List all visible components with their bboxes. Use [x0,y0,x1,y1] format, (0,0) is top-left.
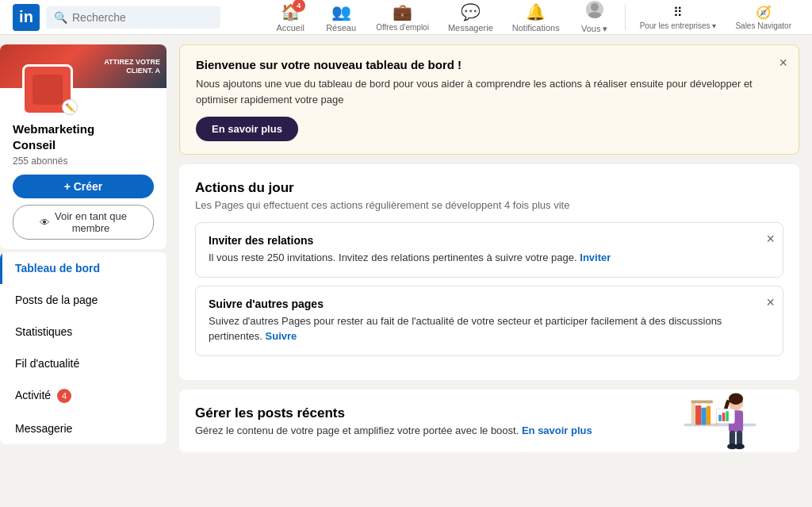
page-layout: ATTIREZ VOTRECLIENT. A ✏️ WebmarketingCo… [0,35,812,462]
inviter-close-button[interactable]: × [766,231,775,248]
person-illustration [672,390,768,452]
nav-item-vous[interactable]: Vous ▾ [571,0,619,37]
sidebar-item-fil[interactable]: Fil d'actualité [0,348,167,379]
inviter-title: Inviter des relations [209,234,770,247]
home-icon: 🏠 4 [281,2,301,21]
nav-divider [625,5,626,30]
sidebar: ATTIREZ VOTRECLIENT. A ✏️ WebmarketingCo… [0,35,167,462]
notifications-label: Notifications [512,23,560,33]
welcome-description: Nous ajoutons une vue du tableau de bord… [196,76,783,107]
welcome-close-button[interactable]: × [779,55,787,71]
linkedin-logo[interactable]: in [13,4,40,31]
create-button[interactable]: + Créer [13,175,154,198]
avatar-inner [33,75,63,105]
accueil-label: Accueil [276,23,304,33]
activite-badge: 4 [57,389,71,403]
suivre-close-button[interactable]: × [766,294,775,311]
edit-avatar-icon[interactable]: ✏️ [62,99,78,115]
inviter-link[interactable]: Inviter [580,252,611,263]
suivre-title: Suivre d'autres pages [209,298,770,310]
jobs-icon: 💼 [393,2,412,21]
sidebar-item-messagerie[interactable]: Messagerie [0,413,167,444]
sales-nav-icon: 🧭 [756,5,772,20]
welcome-title: Bienvenue sur votre nouveau tableau de b… [196,58,783,71]
nav-item-offres[interactable]: 💼 Offres d'emploi [368,0,437,35]
profile-info: WebmarketingConseil 255 abonnés + Créer … [0,115,167,249]
svg-point-14 [734,444,745,449]
svg-rect-16 [718,414,722,421]
learn-more-button[interactable]: En savoir plus [196,117,298,141]
followers-count: 255 abonnés [13,156,154,167]
enterprise-icon: ⠿ [673,5,683,20]
company-name: WebmarketingConseil [13,121,154,152]
nav-left: in 🔍 [13,4,220,31]
offres-label: Offres d'emploi [376,23,429,32]
profile-icon [586,1,603,22]
network-icon: 👥 [331,2,351,21]
vous-label: Vous ▾ [581,24,608,34]
reseau-label: Réseau [326,23,356,33]
sales-nav-label: Sales Navigator [735,21,791,30]
sidebar-item-activite[interactable]: Activité 4 [0,379,167,413]
svg-point-1 [588,12,602,18]
svg-rect-17 [722,413,726,421]
nav-item-notifications[interactable]: 🔔 Notifications [504,0,568,36]
search-bar[interactable]: 🔍 [46,6,220,29]
search-input[interactable] [72,11,213,24]
inviter-desc: Il vous reste 250 invitations. Invitez d… [209,250,770,266]
recent-posts-section: Gérer les posts récents Gérez le contenu… [179,390,799,452]
nav-item-sales-nav[interactable]: 🧭 Sales Navigator [727,2,799,33]
sidebar-item-stats[interactable]: Statistiques [0,316,167,348]
sidebar-nav: Tableau de bord Posts de la page Statist… [0,252,167,444]
view-member-button[interactable]: 👁 Voir en tant quemembre [13,205,154,240]
profile-card: ATTIREZ VOTRECLIENT. A ✏️ WebmarketingCo… [0,44,167,249]
svg-rect-18 [726,411,729,421]
actions-card: Actions du jour Les Pages qui effectuent… [179,164,799,380]
sidebar-item-tableau[interactable]: Tableau de bord [0,252,167,284]
svg-rect-6 [701,407,706,424]
notifications-icon: 🔔 [526,2,546,21]
welcome-banner: × Bienvenue sur votre nouveau tableau de… [179,44,799,155]
illustration [672,390,783,452]
suivre-link[interactable]: Suivre [266,330,297,342]
sidebar-item-posts[interactable]: Posts de la page [0,284,167,316]
nav-item-accueil[interactable]: 🏠 4 Accueil [266,0,314,36]
svg-rect-5 [695,405,701,424]
suivre-desc: Suivez d'autres Pages pour rester au fai… [209,313,770,344]
nav-item-reseau[interactable]: 👥 Réseau [317,0,365,36]
action-item-suivre: × Suivre d'autres pages Suivez d'autres … [195,286,783,356]
view-member-label: Voir en tant quemembre [55,210,127,234]
enterprise-label: Pour les entreprises ▾ [640,21,717,30]
banner-text: ATTIREZ VOTRECLIENT. A [104,58,160,75]
svg-rect-3 [691,401,695,424]
search-icon: 🔍 [54,11,67,24]
nav-item-messagerie[interactable]: 💬 Messagerie [440,0,501,36]
messagerie-nav-label: Messagerie [448,23,493,33]
action-item-inviter: × Inviter des relations Il vous reste 25… [195,222,783,278]
nav-item-enterprise[interactable]: ⠿ Pour les entreprises ▾ [632,2,725,33]
svg-rect-4 [691,400,713,403]
actions-subtitle: Les Pages qui effectuent ces actions rég… [195,199,783,211]
top-navigation: in 🔍 🏠 4 Accueil 👥 Réseau 💼 Offres d'emp… [0,0,812,35]
svg-rect-7 [707,405,710,424]
main-content: × Bienvenue sur votre nouveau tableau de… [167,35,812,462]
accueil-badge: 4 [293,0,305,12]
messaging-icon: 💬 [461,2,481,21]
recent-posts-link[interactable]: En savoir plus [522,424,592,436]
eye-icon: 👁 [40,217,50,229]
profile-avatar-wrap: ✏️ [22,64,73,115]
nav-right: 🏠 4 Accueil 👥 Réseau 💼 Offres d'emploi 💬… [266,0,799,37]
actions-title: Actions du jour [195,180,783,196]
svg-point-0 [591,3,599,11]
svg-point-10 [729,393,743,405]
